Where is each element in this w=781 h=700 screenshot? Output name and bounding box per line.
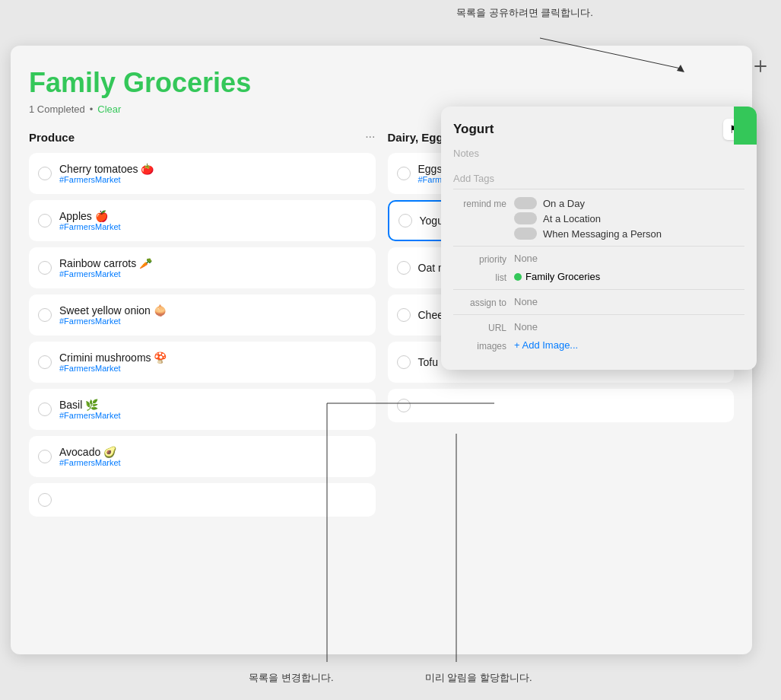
item-content: Cherry tomatoes 🍅 #FarmersMarket: [59, 163, 154, 184]
list-item[interactable]: Sweet yellow onion 🧅 #FarmersMarket: [29, 294, 376, 336]
images-label: images: [453, 339, 514, 352]
list-item[interactable]: Avocado 🥑 #FarmersMarket: [29, 436, 376, 477]
assign-to-value[interactable]: None: [514, 296, 538, 307]
detail-panel: Yogurt ⚑ Notes Add Tags remind me On a D…: [441, 107, 757, 370]
item-content: Sweet yellow onion 🧅 #FarmersMarket: [59, 304, 167, 326]
item-checkbox[interactable]: [38, 261, 52, 275]
top-annotation: 목록을 공유하려면 클릭합니다.: [441, 6, 608, 20]
list-item[interactable]: Cherry tomatoes 🍅 #FarmersMarket: [29, 153, 376, 194]
remind-me-row: remind me On a Day At a Location When Me…: [453, 197, 744, 240]
item-content: Rainbow carrots 🥕 #FarmersMarket: [59, 257, 152, 278]
divider: [453, 314, 744, 315]
item-content: Avocado 🥑 #FarmersMarket: [59, 446, 121, 467]
remind-options: On a Day At a Location When Messaging a …: [514, 197, 662, 240]
item-content: Crimini mushrooms 🍄 #FarmersMarket: [59, 352, 167, 373]
item-checkbox[interactable]: [38, 214, 52, 228]
priority-label: priority: [453, 253, 514, 265]
list-row: list Family Groceries: [453, 271, 744, 283]
item-checkbox[interactable]: [397, 399, 411, 412]
produce-column-title: Produce: [29, 131, 75, 144]
priority-row: priority None: [453, 253, 744, 265]
url-row: URL None: [453, 321, 744, 333]
url-label: URL: [453, 321, 514, 333]
new-item-row[interactable]: [29, 483, 376, 517]
at-location-toggle[interactable]: [514, 212, 537, 224]
images-row: images + Add Image...: [453, 339, 744, 352]
green-tab: [734, 107, 757, 145]
priority-value[interactable]: None: [514, 253, 538, 264]
item-checkbox[interactable]: [38, 167, 52, 180]
produce-column: Produce ··· Cherry tomatoes 🍅 #FarmersMa…: [29, 130, 376, 523]
item-checkbox[interactable]: [38, 493, 52, 507]
item-checkbox[interactable]: [38, 402, 52, 416]
assign-to-row: assign to None: [453, 296, 744, 308]
bottom-right-annotation: 미리 알림을 할당합니다.: [425, 671, 532, 685]
list-value[interactable]: Family Groceries: [514, 271, 600, 282]
add-tags-field[interactable]: Add Tags: [453, 168, 744, 189]
list-color-dot: [514, 273, 522, 281]
divider: [453, 289, 744, 290]
list-label: list: [453, 271, 514, 283]
item-content: Basil 🌿 #FarmersMarket: [59, 399, 121, 420]
list-item[interactable]: Apples 🍎 #FarmersMarket: [29, 200, 376, 241]
produce-column-header: Produce ···: [29, 130, 376, 144]
item-checkbox[interactable]: [397, 167, 411, 180]
remind-at-location[interactable]: At a Location: [514, 212, 662, 224]
new-item-row[interactable]: [388, 389, 735, 422]
item-checkbox[interactable]: [397, 261, 411, 275]
item-content: Apples 🍎 #FarmersMarket: [59, 210, 121, 231]
bottom-annotations: 목록을 변경합니다. 미리 알림을 할당합니다.: [0, 671, 781, 685]
on-day-toggle[interactable]: [514, 197, 537, 209]
detail-item-title: Yogurt: [453, 122, 494, 137]
list-item[interactable]: Basil 🌿 #FarmersMarket: [29, 389, 376, 430]
app-title: Family Groceries: [29, 67, 734, 99]
add-image-button[interactable]: + Add Image...: [514, 339, 578, 351]
remind-when-messaging[interactable]: When Messaging a Person: [514, 228, 662, 240]
list-item[interactable]: Crimini mushrooms 🍄 #FarmersMarket: [29, 342, 376, 383]
divider: [453, 246, 744, 247]
item-checkbox[interactable]: [398, 214, 412, 228]
assign-to-label: assign to: [453, 296, 514, 308]
item-checkbox[interactable]: [38, 450, 52, 463]
clear-button[interactable]: Clear: [97, 103, 121, 115]
remind-me-label: remind me: [453, 197, 514, 209]
bottom-left-annotation: 목록을 변경합니다.: [249, 671, 333, 685]
remind-on-day[interactable]: On a Day: [514, 197, 662, 209]
item-checkbox[interactable]: [397, 355, 411, 369]
produce-column-menu[interactable]: ···: [365, 130, 375, 144]
messaging-toggle[interactable]: [514, 228, 537, 240]
list-item[interactable]: Rainbow carrots 🥕 #FarmersMarket: [29, 247, 376, 288]
item-content: Tofu: [418, 356, 438, 368]
item-checkbox[interactable]: [38, 308, 52, 322]
item-checkbox[interactable]: [397, 308, 411, 322]
notes-field[interactable]: Notes: [453, 143, 744, 164]
add-item-icon[interactable]: [752, 58, 769, 75]
detail-header: Yogurt ⚑: [453, 119, 744, 140]
url-value[interactable]: None: [514, 321, 538, 332]
item-checkbox[interactable]: [38, 355, 52, 369]
